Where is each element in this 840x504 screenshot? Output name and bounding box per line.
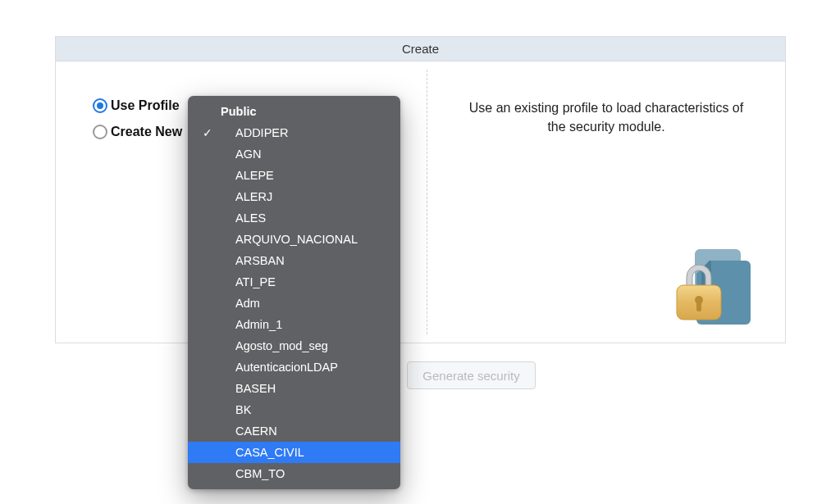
dropdown-option[interactable]: Agosto_mod_seg [188, 335, 400, 356]
dropdown-option-label: CBM_TO [235, 467, 285, 480]
dropdown-option-label: ADDIPER [235, 126, 288, 139]
check-icon: ✓ [203, 125, 212, 141]
radio-create-new-label: Create New [111, 125, 182, 139]
dropdown-option[interactable]: AutenticacionLDAP [188, 356, 400, 378]
dropdown-option-label: BASEH [235, 382, 276, 395]
right-column: Use an existing profile to load characte… [427, 61, 785, 343]
dropdown-option[interactable]: CASA_CIVIL [188, 442, 400, 463]
dropdown-option-label: Adm [235, 297, 260, 310]
dropdown-option-label: Agosto_mod_seg [235, 339, 328, 352]
dropdown-option-label: AGN [235, 148, 261, 161]
panel-body: Use Profile Create New Use an existing p… [56, 61, 785, 343]
dropdown-option[interactable]: CAERN [188, 420, 400, 442]
dropdown-option-label: ALES [235, 211, 266, 225]
button-row: Back Generate security [55, 356, 786, 394]
radio-use-profile-label: Use Profile [111, 98, 180, 113]
dropdown-option[interactable]: ATI_PE [188, 271, 400, 293]
dropdown-option-label: CAERN [235, 425, 277, 438]
radio-icon-selected [93, 98, 107, 113]
dropdown-option-label: ATI_PE [235, 275, 276, 288]
dropdown-option-label: ARSBAN [235, 254, 285, 267]
dropdown-option[interactable]: ARSBAN [188, 250, 400, 271]
dropdown-option[interactable]: CBM_TO [188, 463, 400, 484]
dropdown-option-label: ARQUIVO_NACIONAL [235, 233, 358, 246]
radio-icon-unselected [93, 125, 107, 139]
description-text: Use an existing profile to load characte… [460, 98, 752, 136]
dropdown-option-label: Admin_1 [235, 318, 282, 331]
dropdown-option[interactable]: ALEPE [188, 165, 400, 186]
dropdown-option-label: ALEPE [235, 169, 274, 182]
svg-rect-2 [696, 302, 701, 311]
dropdown-option[interactable]: ALES [188, 207, 400, 229]
dropdown-option-label: AutenticacionLDAP [235, 361, 338, 374]
dropdown-option-label: BK [235, 403, 251, 416]
dropdown-option-label: CASA_CIVIL [235, 446, 304, 459]
dropdown-option[interactable]: Admin_1 [188, 314, 400, 335]
dropdown-option[interactable]: ✓ADDIPER [188, 122, 400, 143]
dropdown-option[interactable]: ARQUIVO_NACIONAL [188, 229, 400, 250]
dropdown-option[interactable]: BK [188, 399, 400, 420]
security-folder-lock-icon [662, 236, 760, 334]
dropdown-option[interactable]: ALERJ [188, 186, 400, 207]
create-panel: Create Use Profile Create New Use an exi… [55, 36, 786, 343]
dropdown-option[interactable]: BASEH [188, 378, 400, 399]
dropdown-option-label: ALERJ [235, 190, 272, 203]
dropdown-option[interactable]: Adm [188, 293, 400, 314]
dropdown-option[interactable]: AGN [188, 143, 400, 165]
panel-title: Create [56, 37, 785, 61]
profile-dropdown-menu[interactable]: Public ✓ADDIPERAGNALEPEALERJALESARQUIVO_… [188, 96, 400, 489]
generate-security-button[interactable]: Generate security [407, 361, 535, 389]
dropdown-heading: Public [188, 101, 400, 122]
